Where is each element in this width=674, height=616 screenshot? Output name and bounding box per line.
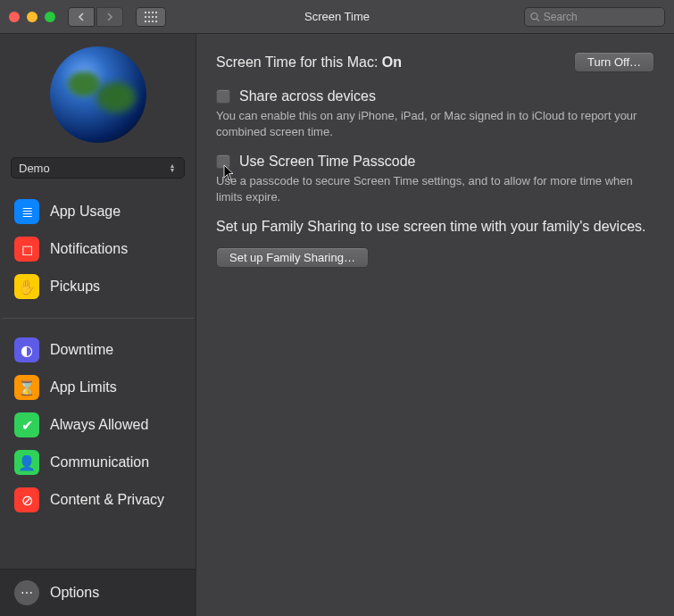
share-across-devices-desc: You can enable this on any iPhone, iPad,… <box>216 108 654 139</box>
account-select[interactable]: Demo ▲▼ <box>11 157 185 179</box>
share-across-devices-checkbox[interactable] <box>216 89 230 104</box>
nav-buttons <box>68 7 123 27</box>
sidebar-divider <box>2 318 194 319</box>
minimize-window-button[interactable] <box>27 12 37 22</box>
avatar-area <box>0 34 196 152</box>
svg-rect-0 <box>145 12 146 13</box>
chevron-left-icon <box>78 12 85 21</box>
chevron-right-icon <box>106 12 113 21</box>
sidebar-item-label: App Limits <box>50 379 117 395</box>
forward-button[interactable] <box>96 7 123 27</box>
grid-button-group <box>136 7 166 27</box>
share-across-devices-row[interactable]: Share across devices <box>216 88 654 104</box>
sidebar-item-label: Always Allowed <box>50 417 148 433</box>
sidebar-section-limits: ◐Downtime⌛App Limits✔Always Allowed👤Comm… <box>0 326 196 524</box>
sidebar-item-communication[interactable]: 👤Communication <box>7 444 188 481</box>
fullscreen-window-button[interactable] <box>45 12 55 22</box>
app-usage-icon: ≣ <box>14 199 39 224</box>
sidebar-item-notifications[interactable]: ◻Notifications <box>7 230 188 268</box>
sidebar-item-options[interactable]: ⋯ Options <box>0 569 196 616</box>
svg-rect-11 <box>155 21 157 22</box>
notifications-icon: ◻ <box>14 237 39 262</box>
search-field-wrap[interactable] <box>524 7 665 27</box>
search-input[interactable] <box>544 11 659 23</box>
sidebar-item-label: Options <box>50 585 99 601</box>
pickups-icon: ✋ <box>14 274 39 299</box>
sidebar-item-label: Downtime <box>50 342 113 358</box>
back-button[interactable] <box>68 7 95 27</box>
svg-rect-8 <box>145 21 146 22</box>
sidebar-item-app-usage[interactable]: ≣App Usage <box>7 193 188 230</box>
sidebar-item-label: App Usage <box>50 204 121 220</box>
sidebar-item-label: Communication <box>50 454 149 470</box>
svg-rect-4 <box>145 16 146 18</box>
sidebar-item-always-allowed[interactable]: ✔Always Allowed <box>7 406 188 444</box>
communication-icon: 👤 <box>14 450 39 475</box>
family-sharing-text: Set up Family Sharing to use screen time… <box>216 219 654 235</box>
svg-rect-2 <box>152 12 154 13</box>
svg-rect-9 <box>148 21 150 22</box>
status-row: Screen Time for this Mac: On Turn Off… <box>216 52 654 72</box>
downtime-icon: ◐ <box>14 337 39 362</box>
status-value: On <box>382 54 402 70</box>
screen-time-status: Screen Time for this Mac: On <box>216 54 402 71</box>
svg-rect-3 <box>155 12 157 13</box>
svg-rect-5 <box>148 16 150 18</box>
svg-rect-10 <box>152 21 154 22</box>
grid-icon <box>145 12 157 22</box>
sidebar-item-pickups[interactable]: ✋Pickups <box>7 268 188 305</box>
show-all-prefs-button[interactable] <box>136 7 166 27</box>
svg-line-13 <box>537 18 539 21</box>
search-icon <box>530 12 540 22</box>
svg-rect-6 <box>152 16 154 18</box>
account-select-value: Demo <box>19 162 50 175</box>
sidebar-item-label: Pickups <box>50 279 100 295</box>
main-pane: Screen Time for this Mac: On Turn Off… S… <box>196 34 674 616</box>
window-controls <box>9 12 55 22</box>
sidebar-item-app-limits[interactable]: ⌛App Limits <box>7 369 188 406</box>
sidebar-item-content-privacy[interactable]: ⊘Content & Privacy <box>7 481 188 519</box>
app-limits-icon: ⌛ <box>14 375 39 400</box>
status-prefix: Screen Time for this Mac: <box>216 54 382 70</box>
account-avatar[interactable] <box>50 46 146 143</box>
sidebar-section-usage: ≣App Usage◻Notifications✋Pickups <box>0 187 196 311</box>
svg-rect-7 <box>155 16 157 18</box>
use-passcode-checkbox[interactable] <box>216 154 230 169</box>
sidebar-item-downtime[interactable]: ◐Downtime <box>7 331 188 369</box>
sidebar-item-label: Content & Privacy <box>50 492 164 508</box>
turn-off-button[interactable]: Turn Off… <box>574 52 654 72</box>
content-privacy-icon: ⊘ <box>14 487 39 512</box>
use-passcode-desc: Use a passcode to secure Screen Time set… <box>216 173 654 204</box>
close-window-button[interactable] <box>9 12 20 22</box>
always-allowed-icon: ✔ <box>14 412 39 437</box>
share-across-devices-label: Share across devices <box>239 88 376 104</box>
svg-point-12 <box>531 12 537 19</box>
options-icon: ⋯ <box>14 580 39 605</box>
svg-rect-1 <box>148 12 150 13</box>
setup-family-sharing-button[interactable]: Set up Family Sharing… <box>216 247 369 268</box>
use-passcode-row[interactable]: Use Screen Time Passcode <box>216 154 654 170</box>
sidebar-item-label: Notifications <box>50 241 128 257</box>
updown-icon: ▲▼ <box>168 163 177 172</box>
titlebar: Screen Time <box>0 0 674 34</box>
use-passcode-label: Use Screen Time Passcode <box>239 154 415 170</box>
sidebar: Demo ▲▼ ≣App Usage◻Notifications✋Pickups… <box>0 34 196 616</box>
